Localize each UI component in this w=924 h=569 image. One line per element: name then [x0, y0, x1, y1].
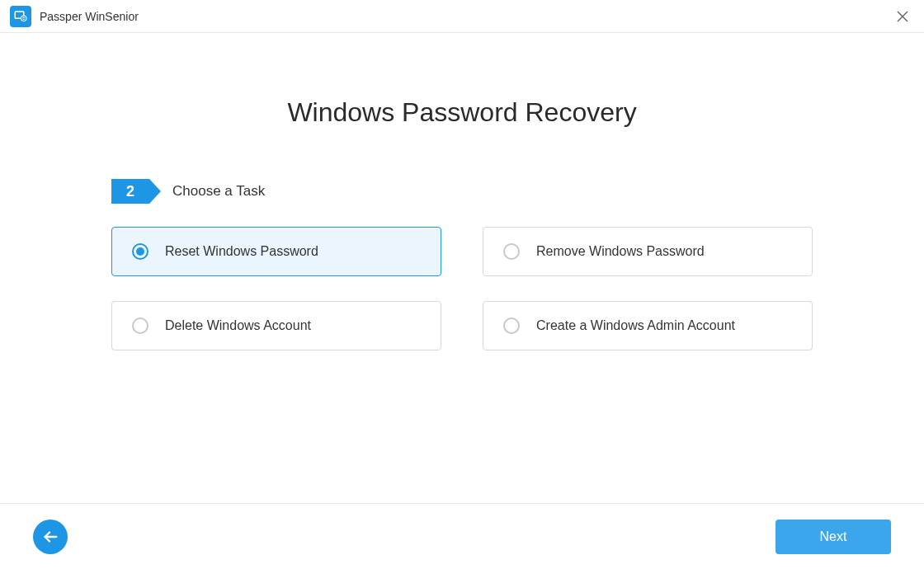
option-create-admin-account[interactable]: Create a Windows Admin Account [483, 301, 813, 350]
close-icon [897, 11, 908, 22]
titlebar: Passper WinSenior [0, 0, 924, 33]
option-label: Remove Windows Password [536, 244, 705, 259]
step-label: Choose a Task [172, 183, 265, 200]
footer: Next [0, 503, 924, 569]
radio-icon [503, 243, 520, 260]
app-icon [10, 6, 31, 27]
arrow-left-icon [41, 528, 59, 546]
radio-icon [132, 243, 148, 260]
option-delete-account[interactable]: Delete Windows Account [111, 301, 441, 350]
option-label: Create a Windows Admin Account [536, 318, 735, 333]
option-label: Reset Windows Password [165, 244, 318, 259]
step-indicator: 2 Choose a Task [111, 179, 813, 204]
option-reset-password[interactable]: Reset Windows Password [111, 227, 441, 276]
step-number-badge: 2 [111, 179, 149, 204]
task-options-grid: Reset Windows Password Remove Windows Pa… [111, 227, 813, 350]
radio-icon [132, 317, 148, 334]
close-button[interactable] [891, 5, 914, 28]
option-label: Delete Windows Account [165, 318, 311, 333]
app-title: Passper WinSenior [40, 10, 139, 23]
radio-icon [503, 317, 520, 334]
option-remove-password[interactable]: Remove Windows Password [483, 227, 813, 276]
main-content: Windows Password Recovery 2 Choose a Tas… [0, 33, 924, 350]
page-title: Windows Password Recovery [0, 97, 924, 128]
next-button[interactable]: Next [776, 520, 891, 554]
titlebar-left: Passper WinSenior [10, 6, 139, 27]
back-button[interactable] [33, 520, 68, 554]
